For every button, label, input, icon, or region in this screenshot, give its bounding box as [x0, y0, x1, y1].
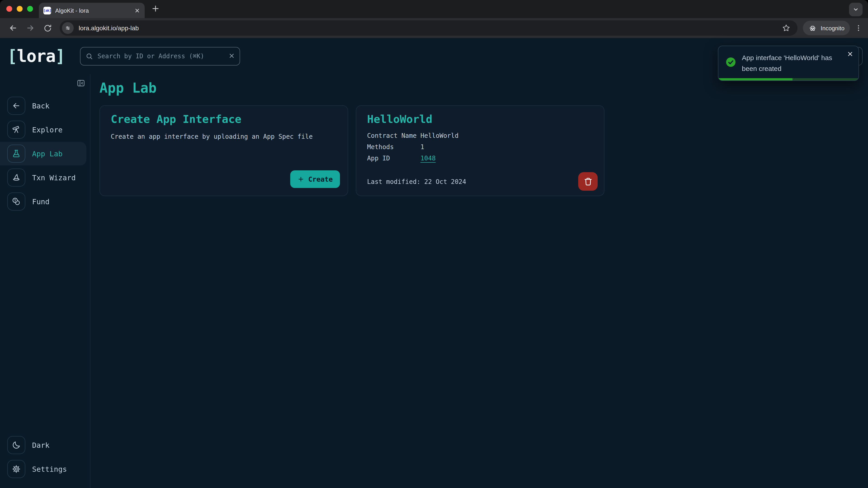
sidebar-collapse-button[interactable] [76, 78, 86, 88]
incognito-icon [808, 24, 817, 32]
sidebar-item-label: Txn Wizard [32, 173, 76, 182]
row-label: App ID [367, 155, 421, 162]
browser-tab[interactable]: [ak] AlgoKit - lora [39, 3, 145, 18]
toast-progress-bar [718, 78, 793, 80]
app-id-row: App ID 1048 [367, 155, 593, 162]
card-footer: Last modified: 22 Oct 2024 [367, 172, 598, 191]
window-controls [6, 6, 33, 12]
app-interface-card[interactable]: HelloWorld Contract Name HelloWorld Meth… [356, 105, 604, 196]
sidebar-item-label: Explore [32, 125, 63, 134]
card-title: Create App Interface [111, 113, 337, 126]
browser-window: [ak] AlgoKit - lora lora.algokit.io/a [0, 0, 868, 488]
main-content: App Lab Create App Interface Create an a… [90, 74, 868, 488]
sidebar-item-label: Dark [32, 441, 50, 449]
search-clear-icon[interactable] [228, 52, 235, 59]
logo-text: lora [17, 46, 55, 66]
sidebar-item-settings[interactable]: Settings [0, 460, 90, 478]
trash-icon [583, 177, 592, 186]
create-app-interface-card: Create App Interface Create an app inter… [99, 105, 348, 196]
close-window-button[interactable] [6, 6, 12, 12]
page-title: App Lab [99, 80, 868, 95]
success-check-icon [725, 57, 737, 74]
coins-icon [7, 193, 25, 210]
browser-toolbar: lora.algokit.io/app-lab Incognito [0, 18, 868, 38]
panel-collapse-icon [76, 78, 86, 88]
app-body: Back Explore App Lab [0, 74, 868, 488]
browser-forward-button[interactable] [24, 21, 37, 35]
card-description: Create an app interface by uploading an … [111, 132, 337, 140]
last-modified-text: Last modified: 22 Oct 2024 [367, 178, 466, 185]
address-bar[interactable]: lora.algokit.io/app-lab [60, 20, 798, 36]
screen: [ak] AlgoKit - lora lora.algokit.io/a [0, 0, 868, 488]
delete-app-button[interactable] [578, 172, 598, 191]
toast-notification: App interface 'HelloWorld' has been crea… [718, 46, 859, 81]
toast-message: App interface 'HelloWorld' has been crea… [742, 53, 844, 74]
site-favicon: [ak] [43, 6, 51, 14]
sidebar-item-theme-toggle[interactable]: Dark [0, 436, 90, 454]
sidebar-nav: Back Explore App Lab [0, 97, 90, 210]
search-input[interactable] [80, 47, 240, 65]
incognito-label: Incognito [820, 25, 844, 31]
sidebar-item-label: App Lab [32, 149, 63, 158]
logo-bracket-left: [ [7, 46, 17, 66]
plus-icon [298, 176, 304, 183]
sidebar-item-fund[interactable]: Fund [0, 193, 90, 210]
lora-app: [lora] App interface 'HelloWorld' has be… [0, 38, 868, 488]
sidebar-item-txn-wizard[interactable]: Txn Wizard [0, 168, 90, 187]
methods-row: Methods 1 [367, 143, 593, 151]
toast-body: App interface 'HelloWorld' has been crea… [718, 46, 859, 74]
flask-icon [7, 144, 25, 163]
tab-title: AlgoKit - lora [55, 7, 130, 14]
telescope-icon [7, 121, 25, 139]
card-title: HelloWorld [367, 113, 593, 126]
sidebar-item-label: Settings [32, 465, 67, 473]
create-button[interactable]: Create [290, 170, 340, 188]
site-settings-icon[interactable] [62, 22, 74, 34]
global-search [80, 47, 240, 65]
row-label: Contract Name [367, 132, 421, 139]
bookmark-star-icon[interactable] [782, 24, 790, 32]
contract-name-row: Contract Name HelloWorld [367, 132, 593, 139]
tab-strip: [ak] AlgoKit - lora [0, 0, 868, 18]
browser-reload-button[interactable] [41, 21, 54, 35]
maximize-window-button[interactable] [27, 6, 33, 12]
app-info-rows: Contract Name HelloWorld Methods 1 App I… [367, 132, 593, 162]
toast-progress-track [718, 78, 859, 80]
cards-row: Create App Interface Create an app inter… [99, 105, 868, 196]
sidebar: Back Explore App Lab [0, 74, 90, 488]
toast-close-icon[interactable] [847, 51, 854, 57]
moon-icon [7, 436, 25, 454]
create-button-label: Create [308, 175, 333, 183]
sidebar-item-explore[interactable]: Explore [0, 121, 90, 139]
arrow-left-icon [7, 97, 25, 115]
incognito-badge: Incognito [803, 21, 850, 35]
sidebar-item-label: Back [32, 101, 50, 110]
chevron-down-icon [852, 6, 860, 13]
tab-close-icon[interactable] [134, 7, 140, 13]
row-value: 1 [421, 143, 424, 151]
wizard-hat-icon [7, 168, 25, 187]
gear-icon [7, 460, 25, 478]
logo-bracket-right: ] [55, 46, 65, 66]
window-chevron-button[interactable] [849, 3, 863, 16]
browser-menu-button[interactable] [855, 24, 863, 32]
app-id-link[interactable]: 1048 [421, 155, 436, 162]
browser-back-button[interactable] [6, 21, 20, 35]
minimize-window-button[interactable] [17, 6, 23, 12]
url-text: lora.algokit.io/app-lab [79, 24, 782, 32]
row-label: Methods [367, 143, 421, 151]
sidebar-footer: Dark Settings [0, 436, 90, 488]
search-icon [85, 52, 93, 60]
sidebar-item-label: Fund [32, 197, 50, 206]
row-value: HelloWorld [421, 132, 459, 139]
new-tab-button[interactable] [151, 4, 160, 13]
lora-logo[interactable]: [lora] [7, 46, 65, 66]
sidebar-item-back[interactable]: Back [0, 97, 90, 115]
sidebar-item-app-lab[interactable]: App Lab [0, 142, 86, 165]
